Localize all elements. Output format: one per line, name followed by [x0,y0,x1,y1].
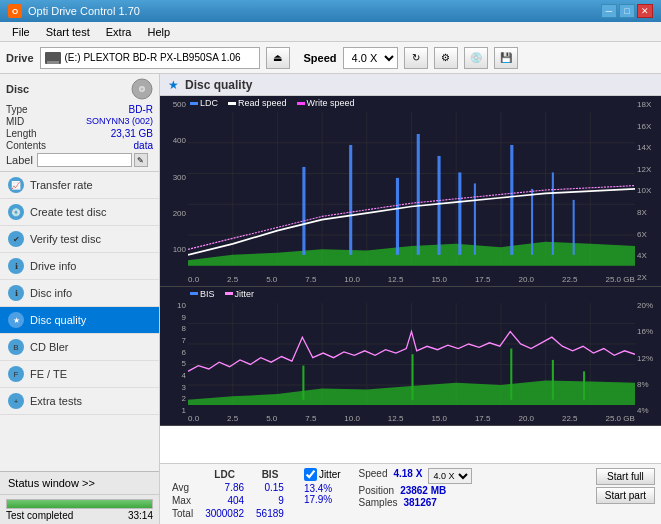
avg-bis-value: 0.15 [250,481,290,494]
menu-help[interactable]: Help [139,25,178,39]
eject-button[interactable]: ⏏ [266,47,290,69]
label-input[interactable] [37,153,132,167]
samples-label: Samples [359,497,398,508]
samples-value: 381267 [403,497,436,508]
write-speed-legend-label: Write speed [307,98,355,108]
read-speed-legend-label: Read speed [238,98,287,108]
disc-button[interactable]: 💿 [464,47,488,69]
disc-icon [131,78,153,100]
maximize-button[interactable]: □ [619,4,635,18]
progress-bar-fill [7,500,152,508]
chart-header-icon: ★ [168,78,179,92]
toolbar: Drive (E:) PLEXTOR BD-R PX-LB950SA 1.06 … [0,42,661,74]
charts-container: LDC Read speed Write speed 5004003002001… [160,96,661,463]
mid-value: SONYNN3 (002) [86,116,153,127]
length-label: Length [6,128,37,139]
sidebar-item-verify-test-disc[interactable]: ✔ Verify test disc [0,226,159,253]
fe-te-icon: F [8,366,24,382]
svg-rect-26 [552,172,554,254]
action-buttons: Start full Start part [596,468,655,504]
read-speed-legend-dot [228,102,236,105]
x-axis-1: 0.02.55.07.510.012.515.017.520.022.525.0… [188,275,635,284]
y-axis-left-1: 500400300200100 [160,96,188,286]
main-layout: Disc Type BD-R MID SONYNN3 (002) Length … [0,74,661,524]
avg-ldc-value: 7.86 [199,481,250,494]
jitter-section: Jitter 13.4% 17.9% [304,468,341,516]
start-full-button[interactable]: Start full [596,468,655,485]
svg-rect-46 [583,371,585,399]
bis-legend-label: BIS [200,289,215,299]
minimize-button[interactable]: ─ [601,4,617,18]
jitter-legend-label: Jitter [235,289,255,299]
start-part-button[interactable]: Start part [596,487,655,504]
status-window-button[interactable]: Status window >> [0,472,159,495]
sidebar-item-fe-te[interactable]: F FE / TE [0,361,159,388]
type-value: BD-R [129,104,153,115]
svg-rect-22 [458,172,461,254]
menu-start-test[interactable]: Start test [38,25,98,39]
app-title: Opti Drive Control 1.70 [28,5,140,17]
svg-rect-24 [510,145,513,255]
menu-extra[interactable]: Extra [98,25,140,39]
status-window-label: Status window >> [8,477,95,489]
create-disc-icon: 💿 [8,204,24,220]
save-button[interactable]: 💾 [494,47,518,69]
nav-items: 📈 Transfer rate 💿 Create test disc ✔ Ver… [0,172,159,471]
bis-col-header: BIS [250,468,290,481]
contents-value: data [134,140,153,151]
svg-rect-20 [417,134,420,255]
y-axis-right-2: 20%16%12%8%4% [635,287,661,425]
label-edit-button[interactable]: ✎ [134,153,148,167]
sidebar-item-transfer-rate[interactable]: 📈 Transfer rate [0,172,159,199]
position-value: 23862 MB [400,485,446,496]
cd-bler-icon: B [8,339,24,355]
sidebar-item-drive-info[interactable]: ℹ Drive info [0,253,159,280]
speed-stat-label: Speed [359,468,388,484]
nav-label-fe-te: FE / TE [30,368,67,380]
sidebar-item-extra-tests[interactable]: + Extra tests [0,388,159,415]
chart-svg-2 [188,303,635,405]
drive-info-icon: ℹ [8,258,24,274]
speed-selector[interactable]: 4.0 X2.0 X8.0 X [343,47,398,69]
total-ldc-value: 3000082 [199,507,250,520]
drive-value: (E:) PLEXTOR BD-R PX-LB950SA 1.06 [65,52,241,63]
sidebar-item-cd-bler[interactable]: B CD Bler [0,334,159,361]
svg-rect-27 [573,200,575,255]
settings-button[interactable]: ⚙ [434,47,458,69]
position-label: Position [359,485,395,496]
svg-rect-21 [437,156,440,255]
nav-label-extra-tests: Extra tests [30,395,82,407]
chart-header: ★ Disc quality [160,74,661,96]
y-axis-right-1: 18X16X14X12X10X8X6X4X2X [635,96,661,286]
sidebar-item-disc-quality[interactable]: ★ Disc quality [0,307,159,334]
jitter-checkbox[interactable] [304,468,317,481]
drive-selector[interactable]: (E:) PLEXTOR BD-R PX-LB950SA 1.06 [40,47,260,69]
app-icon: O [8,4,22,18]
nav-label-disc-info: Disc info [30,287,72,299]
svg-rect-18 [349,145,352,255]
title-bar: O Opti Drive Control 1.70 ─ □ ✕ [0,0,661,22]
svg-rect-42 [302,365,304,399]
refresh-button[interactable]: ↻ [404,47,428,69]
chart-legend-2: BIS Jitter [190,289,254,299]
status-progress-area: Test completed 33:14 [0,495,159,524]
disc-panel: Disc Type BD-R MID SONYNN3 (002) Length … [0,74,159,172]
disc-quality-icon: ★ [8,312,24,328]
sidebar-item-disc-info[interactable]: ℹ Disc info [0,280,159,307]
stats-area: LDC BIS Avg 7.86 0.15 Max 404 9 Total [160,463,661,524]
jitter-legend-dot [225,292,233,295]
close-button[interactable]: ✕ [637,4,653,18]
sidebar-status: Status window >> Test completed 33:14 [0,471,159,524]
sidebar-item-create-test-disc[interactable]: 💿 Create test disc [0,199,159,226]
svg-rect-44 [510,348,512,399]
ldc-col-header: LDC [199,468,250,481]
drive-label: Drive [6,52,34,64]
chart-legend-1: LDC Read speed Write speed [190,98,354,108]
nav-label-create-test-disc: Create test disc [30,206,106,218]
transfer-rate-icon: 📈 [8,177,24,193]
total-label: Total [166,507,199,520]
svg-rect-45 [552,360,554,400]
type-label: Type [6,104,28,115]
speed-stat-selector[interactable]: 4.0 X [428,468,472,484]
menu-file[interactable]: File [4,25,38,39]
